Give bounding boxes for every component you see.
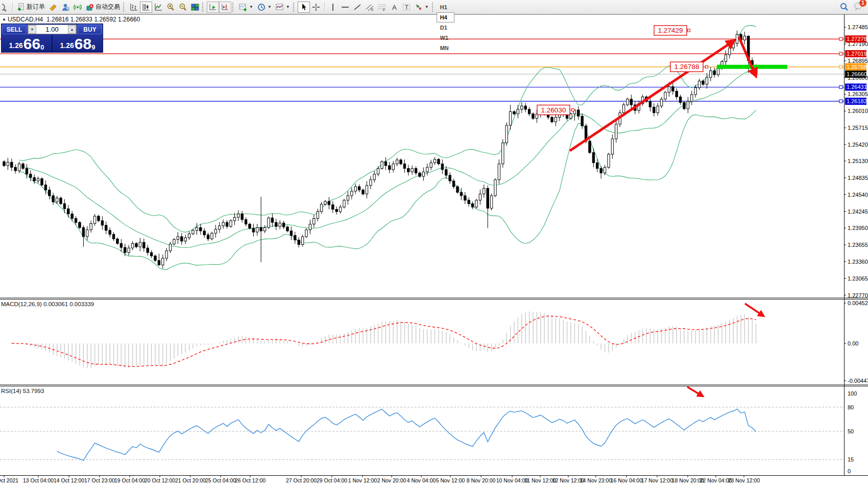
indicators-button[interactable]: ▼ <box>237 2 255 13</box>
autotrading-button[interactable]: 自动交易 <box>84 2 122 13</box>
sell-price-sup: 0 <box>40 43 44 51</box>
tab-timeframe-MN[interactable]: MN <box>437 43 454 53</box>
bar-chart-icon <box>130 3 138 11</box>
trade-panel-prices: 1.26660 1.26689 <box>2 35 103 52</box>
notifications-button[interactable]: 1 <box>854 2 863 12</box>
signal-icon <box>74 3 82 11</box>
svg-text:19 Oct 04:00: 19 Oct 04:00 <box>114 477 145 483</box>
sell-price[interactable]: 1.26660 <box>2 35 53 52</box>
level-price-badge: 1.27278 <box>845 35 867 42</box>
volume-value[interactable]: 1.00 <box>36 25 68 34</box>
current-price-badge: 1.26660 <box>845 71 867 78</box>
profile-button[interactable] <box>59 2 71 13</box>
new-order-button[interactable]: 新订单 <box>15 2 47 13</box>
zoom-in-icon <box>166 3 175 11</box>
templates-button[interactable]: ▼ <box>274 2 292 13</box>
level-price-badge: 1.26182 <box>845 98 867 105</box>
fibonacci-icon: F <box>378 3 386 11</box>
hline-icon <box>341 3 349 11</box>
chart-canvas[interactable]: 1.274291.267881.260301.274851.271901.268… <box>0 0 868 485</box>
svg-text:1.26660: 1.26660 <box>847 71 867 77</box>
svg-text:1.26788: 1.26788 <box>674 63 700 71</box>
tab-timeframe-W1[interactable]: W1 <box>437 33 454 43</box>
svg-text:20 Oct 12:00: 20 Oct 12:00 <box>144 477 175 483</box>
tab-timeframe-H4[interactable]: H4 <box>437 12 454 22</box>
volume-increase-button[interactable]: ▲ <box>68 25 76 34</box>
svg-text:26 Oct 12:00: 26 Oct 12:00 <box>235 477 266 483</box>
buy-price-big: 68 <box>75 37 91 51</box>
vline-icon <box>329 3 337 11</box>
svg-text:100: 100 <box>848 390 857 397</box>
svg-text:1.23655: 1.23655 <box>848 242 868 248</box>
candlestick-chart-button[interactable] <box>140 2 152 13</box>
svg-text:50: 50 <box>848 428 854 434</box>
svg-text:1.26788: 1.26788 <box>847 64 867 70</box>
dropdown-arrow-icon: ▼ <box>249 5 253 9</box>
svg-text:1.25715: 1.25715 <box>848 125 868 131</box>
text-tool-button[interactable]: A <box>388 2 400 13</box>
cursor-icon <box>300 3 308 11</box>
indicators-icon <box>239 3 247 11</box>
line-chart-button[interactable] <box>152 2 164 13</box>
svg-text:11 Oct 2021: 11 Oct 2021 <box>0 477 18 483</box>
svg-text:1.26431: 1.26431 <box>847 84 867 90</box>
hline-tool-button[interactable] <box>339 2 351 13</box>
trendline-tool-button[interactable] <box>351 2 364 13</box>
signal-button[interactable] <box>71 2 84 13</box>
svg-text:21 Oct 20:00: 21 Oct 20:00 <box>175 477 206 483</box>
dropdown-arrow-icon: ▼ <box>286 5 290 9</box>
svg-text:80: 80 <box>848 404 854 410</box>
volume-decrease-button[interactable]: ▼ <box>28 25 36 34</box>
svg-text:1.26010: 1.26010 <box>848 108 868 114</box>
fibonacci-tool-button[interactable]: F <box>376 2 388 13</box>
svg-text:10 Nov 04:00: 10 Nov 04:00 <box>496 477 528 483</box>
svg-text:1.24835: 1.24835 <box>848 175 868 181</box>
zoom-in-button[interactable] <box>164 2 177 13</box>
crosshair-tool-button[interactable] <box>310 2 322 13</box>
vline-tool-button[interactable] <box>327 2 339 13</box>
new-order-icon <box>17 3 25 11</box>
buy-button[interactable]: BUY <box>78 25 102 34</box>
separator <box>12 2 13 12</box>
toolbar-grip <box>432 3 435 12</box>
bar-chart-button[interactable] <box>128 2 140 13</box>
svg-text:1.25420: 1.25420 <box>848 142 868 148</box>
svg-text:17 Nov 12:00: 17 Nov 12:00 <box>641 477 673 483</box>
svg-text:16 Nov 04:00: 16 Nov 04:00 <box>611 477 643 483</box>
tab-timeframe-H1[interactable]: H1 <box>437 2 454 12</box>
dropdown-arrow-icon: ▼ <box>268 5 272 9</box>
periods-button[interactable]: ▼ <box>255 2 274 13</box>
tab-timeframe-D1[interactable]: D1 <box>437 22 454 33</box>
tile-windows-button[interactable] <box>189 2 201 13</box>
dropdown-arrow-icon: ▼ <box>425 5 429 9</box>
svg-text:1.23950: 1.23950 <box>848 225 868 231</box>
level-price-badge: 1.26788 <box>845 63 867 71</box>
channel-tool-button[interactable]: E <box>364 2 376 13</box>
chart-shift-button[interactable] <box>219 2 231 13</box>
label-tool-button[interactable]: T <box>400 2 413 13</box>
sell-button[interactable]: SELL <box>2 25 27 34</box>
svg-text:0: 0 <box>848 468 851 474</box>
svg-text:1.26030: 1.26030 <box>541 106 566 114</box>
eraser-button[interactable] <box>47 2 59 13</box>
channel-icon: E <box>366 3 374 11</box>
cursor-tool-button[interactable] <box>298 2 310 13</box>
arrows-tool-button[interactable]: ▼ <box>413 2 431 13</box>
zoom-out-button[interactable] <box>177 2 189 13</box>
svg-text:27 Oct 20:00: 27 Oct 20:00 <box>286 477 317 483</box>
svg-text:14 Nov 23:00: 14 Nov 23:00 <box>580 477 612 483</box>
new-order-label: 新订单 <box>27 3 45 11</box>
svg-text:15: 15 <box>848 456 854 463</box>
text-icon: A <box>390 3 398 11</box>
svg-text:4 Nov 04:00: 4 Nov 04:00 <box>407 477 436 483</box>
svg-text:14 Oct 12:00: 14 Oct 12:00 <box>54 477 84 483</box>
buy-price[interactable]: 1.26689 <box>53 35 103 52</box>
toolbar: 新订单 自动交易 <box>0 0 868 14</box>
buy-price-sup: 9 <box>91 43 95 51</box>
svg-text:18 Nov 20:00: 18 Nov 20:00 <box>672 477 704 483</box>
search-icon[interactable] <box>840 3 849 11</box>
volume-stepper: ▼ 1.00 ▲ <box>28 25 77 34</box>
svg-text:1 Nov 12:00: 1 Nov 12:00 <box>348 477 377 483</box>
auto-scroll-button[interactable] <box>207 2 219 13</box>
svg-text:8 Nov 20:00: 8 Nov 20:00 <box>467 477 496 483</box>
